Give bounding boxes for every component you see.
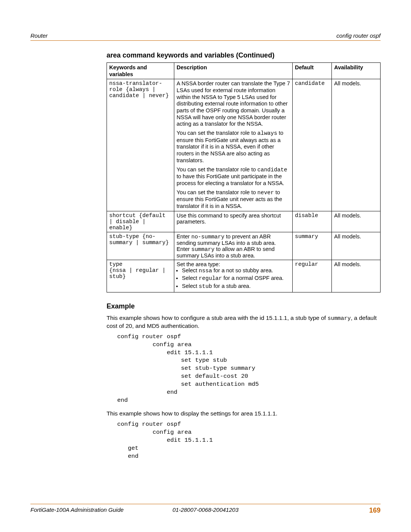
cell-default: candidate <box>293 79 332 211</box>
keywords-table: Keywords and variables Description Defau… <box>107 62 381 292</box>
cell-keyword: shortcut {default | disable | enable} <box>107 211 174 232</box>
table-header-row: Keywords and variables Description Defau… <box>107 63 381 79</box>
body-paragraph: This example shows how to configure a st… <box>107 314 381 330</box>
col-keywords: Keywords and variables <box>107 63 174 79</box>
col-keywords-l1: Keywords and <box>109 64 147 70</box>
cell-description: A NSSA border router can translate the T… <box>174 79 293 211</box>
cell-description: Enter no-summary to prevent an ABR sendi… <box>174 232 293 260</box>
cell-keyword: nssa-translator-role {always | candidate… <box>107 79 174 211</box>
cell-keyword: type {nssa | regular | stub} <box>107 260 174 292</box>
desc-text: Set the area type: <box>177 261 290 267</box>
cell-availability: All models. <box>332 79 381 211</box>
list-item: Select regular for a normal OSPF area. <box>182 275 290 282</box>
desc-text: You can set the translator role to <box>177 130 257 136</box>
cell-keyword: stub-type {no-summary | summary} <box>107 232 174 260</box>
col-availability: Availability <box>332 63 381 79</box>
desc-para: You can set the translator role to never… <box>177 189 290 210</box>
bullet-list: Select nssa for a not so stubby area. Se… <box>177 267 290 290</box>
desc-text: Enter <box>177 233 191 240</box>
header-right: config router ospf <box>336 32 381 39</box>
cell-description: Set the area type: Select nssa for a not… <box>174 260 293 292</box>
header-left: Router <box>30 32 48 39</box>
cell-default: disable <box>293 211 332 232</box>
table-row: stub-type {no-summary | summary} Enter n… <box>107 232 381 260</box>
inline-code: regular <box>199 275 222 281</box>
footer-center: 01-28007-0068-20041203 <box>172 506 239 513</box>
desc-para: You can set the translator role to candi… <box>177 166 290 187</box>
inline-code: no-summary <box>191 234 225 240</box>
desc-text: for a stub area. <box>212 283 251 289</box>
col-description: Description <box>174 63 293 79</box>
page: Router config router ospf area command k… <box>0 0 411 532</box>
content-area: area command keywords and variables (Con… <box>107 51 381 460</box>
inline-code: always <box>257 130 277 136</box>
footer-left: FortiGate-100A Administration Guide <box>30 506 124 514</box>
col-default: Default <box>293 63 332 79</box>
cell-availability: All models. <box>332 232 381 260</box>
body-text: This example shows how to configure a st… <box>107 315 328 321</box>
desc-text: You can set the translator role to <box>177 166 257 173</box>
example-heading: Example <box>107 302 381 310</box>
inline-code: summary <box>328 315 351 321</box>
desc-para: A NSSA border router can translate the T… <box>177 80 290 128</box>
section-title: area command keywords and variables (Con… <box>107 51 381 59</box>
inline-code: summary <box>191 246 215 252</box>
page-footer: FortiGate-100A Administration Guide 01-2… <box>30 504 381 514</box>
inline-code: candidate <box>257 167 287 173</box>
desc-text: for a normal OSPF area. <box>222 275 284 281</box>
inline-code: never <box>257 190 274 196</box>
desc-text: You can set the translator role to <box>177 189 257 195</box>
list-item: Select stub for a stub area. <box>182 283 290 290</box>
desc-text: Select <box>182 267 199 273</box>
cell-default: summary <box>293 232 332 260</box>
desc-text: Select <box>182 275 199 281</box>
table-row: shortcut {default | disable | enable} Us… <box>107 211 381 232</box>
desc-text: Select <box>182 283 199 289</box>
cell-availability: All models. <box>332 211 381 232</box>
desc-text: to have this FortiGate unit participate … <box>177 173 284 186</box>
cell-availability: All models. <box>332 260 381 292</box>
list-item: Select nssa for a not so stubby area. <box>182 267 290 275</box>
cell-description: Use this command to specify area shortcu… <box>174 211 293 232</box>
inline-code: nssa <box>199 268 212 274</box>
body-paragraph: This example shows how to display the se… <box>107 410 381 417</box>
page-header: Router config router ospf <box>30 32 381 41</box>
code-block: config router ospf config area edit 15.1… <box>117 420 381 460</box>
table-row: type {nssa | regular | stub} Set the are… <box>107 260 381 292</box>
page-number: 169 <box>369 506 381 514</box>
table-row: nssa-translator-role {always | candidate… <box>107 79 381 211</box>
cell-default: regular <box>293 260 332 292</box>
desc-para: You can set the translator role to alway… <box>177 130 290 164</box>
desc-text: for a not so stubby area. <box>212 267 273 273</box>
code-block: config router ospf config area edit 15.1… <box>117 333 381 404</box>
col-keywords-l2: variables <box>109 71 133 77</box>
inline-code: stub <box>199 283 212 289</box>
